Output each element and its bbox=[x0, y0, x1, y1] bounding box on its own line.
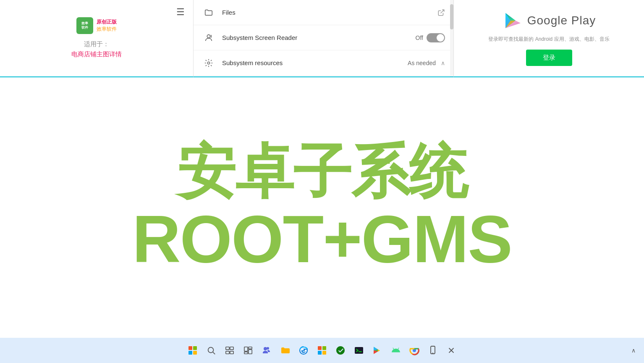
search-button[interactable] bbox=[203, 342, 220, 359]
svg-rect-15 bbox=[318, 346, 322, 350]
windows-logo-icon bbox=[188, 346, 197, 355]
svg-point-14 bbox=[264, 347, 267, 350]
svg-rect-10 bbox=[249, 347, 252, 349]
xbox-icon bbox=[335, 345, 346, 355]
title-line1: 安卓子系统 bbox=[177, 142, 467, 201]
android-settings-button[interactable] bbox=[387, 342, 404, 359]
folder-icon bbox=[202, 6, 215, 19]
svg-line-0 bbox=[441, 10, 444, 13]
title-line2: ROOT+GMS bbox=[132, 205, 512, 273]
phone-link-icon bbox=[428, 345, 438, 355]
screen-reader-toggle[interactable] bbox=[427, 33, 445, 42]
toggle-off-label: Off bbox=[416, 34, 423, 41]
file-explorer-button[interactable] bbox=[277, 342, 293, 359]
windows-start-button[interactable] bbox=[184, 342, 201, 359]
play-store-button[interactable] bbox=[369, 342, 386, 359]
resources-icon bbox=[202, 56, 215, 70]
task-view-icon bbox=[225, 346, 234, 355]
chevron-up-icon: ∧ bbox=[441, 60, 445, 66]
files-action[interactable] bbox=[437, 9, 445, 16]
resources-label: Subsystem resources bbox=[222, 59, 408, 66]
svg-point-2 bbox=[207, 62, 210, 64]
chrome-icon bbox=[409, 345, 419, 355]
badge-original: 原创正版 bbox=[97, 18, 117, 26]
settings-item-resources[interactable]: Subsystem resources As needed ∧ bbox=[194, 50, 453, 76]
svg-rect-9 bbox=[244, 347, 248, 351]
resources-value: As needed bbox=[408, 60, 436, 66]
svg-point-1 bbox=[207, 34, 210, 37]
subtitle: 适用于： 电商店铺主图详情 bbox=[71, 39, 122, 59]
task-view-button[interactable] bbox=[221, 342, 238, 359]
svg-rect-16 bbox=[322, 346, 326, 350]
google-play-title: Google Play bbox=[527, 14, 596, 27]
play-store-icon bbox=[372, 345, 382, 355]
middle-panel: Files Subsystem Screen Reader Off bbox=[193, 0, 453, 77]
terminal-button[interactable] bbox=[351, 342, 367, 359]
google-play-header: Google Play bbox=[502, 11, 596, 31]
widgets-button[interactable] bbox=[240, 342, 257, 359]
svg-rect-8 bbox=[230, 351, 233, 354]
svg-rect-11 bbox=[244, 352, 248, 354]
screen-reader-action: Off bbox=[416, 33, 445, 42]
subtitle-line1: 适用于： bbox=[71, 39, 122, 49]
svg-rect-17 bbox=[318, 351, 322, 355]
google-play-icon bbox=[502, 11, 522, 31]
svg-rect-7 bbox=[226, 351, 229, 354]
resources-action[interactable]: As needed ∧ bbox=[408, 60, 445, 66]
screen-reader-label: Subsystem Screen Reader bbox=[222, 34, 416, 41]
svg-line-4 bbox=[213, 352, 215, 354]
svg-rect-19 bbox=[355, 347, 363, 354]
teams-button[interactable] bbox=[258, 342, 275, 359]
menu-icon[interactable]: ☰ bbox=[176, 7, 185, 18]
microsoft-store-button[interactable] bbox=[314, 342, 330, 359]
google-play-description: 登录即可查找最新的 Android 应用、游戏、电影、音乐 bbox=[488, 36, 609, 43]
login-button[interactable]: 登录 bbox=[526, 50, 572, 66]
scroll-thumb bbox=[450, 4, 453, 29]
close-app-button[interactable] bbox=[443, 342, 460, 359]
widgets-icon bbox=[243, 346, 253, 355]
files-label: Files bbox=[222, 9, 437, 16]
settings-item-screen-reader[interactable]: Subsystem Screen Reader Off bbox=[194, 25, 453, 50]
android-icon bbox=[391, 345, 401, 355]
app-badge: 原创正版 效率软件 bbox=[97, 18, 117, 33]
badge-efficient: 效率软件 bbox=[97, 26, 117, 33]
chrome-button[interactable] bbox=[406, 342, 423, 359]
xbox-button[interactable] bbox=[332, 342, 349, 359]
screen-reader-icon bbox=[202, 31, 215, 45]
settings-item-files[interactable]: Files bbox=[194, 0, 453, 25]
taskbar-show-hidden[interactable]: ∧ bbox=[631, 347, 636, 354]
svg-point-3 bbox=[208, 347, 214, 353]
edge-icon bbox=[298, 345, 309, 355]
teams-icon bbox=[262, 345, 272, 355]
scroll-bar[interactable] bbox=[450, 0, 453, 76]
search-icon bbox=[207, 346, 216, 355]
app-header: 效率软件 原创正版 效率软件 bbox=[76, 17, 117, 34]
top-bar: 效率软件 原创正版 效率软件 适用于： 电商店铺主图详情 ☰ Files bbox=[0, 0, 644, 77]
svg-point-13 bbox=[267, 347, 269, 350]
taskbar: ∧ bbox=[0, 338, 644, 363]
main-content: 安卓子系统 ROOT+GMS bbox=[0, 77, 644, 338]
phone-link-button[interactable] bbox=[424, 342, 441, 359]
subtitle-line2: 电商店铺主图详情 bbox=[71, 49, 122, 59]
svg-rect-12 bbox=[249, 350, 252, 354]
microsoft-store-icon bbox=[317, 345, 327, 355]
close-icon bbox=[447, 346, 456, 355]
svg-rect-6 bbox=[230, 347, 233, 350]
edge-button[interactable] bbox=[295, 342, 312, 359]
svg-rect-18 bbox=[322, 351, 326, 355]
toggle-knob bbox=[437, 34, 444, 42]
svg-rect-5 bbox=[226, 347, 229, 350]
file-explorer-icon bbox=[280, 345, 290, 355]
terminal-icon bbox=[354, 345, 364, 355]
left-panel: 效率软件 原创正版 效率软件 适用于： 电商店铺主图详情 ☰ bbox=[0, 0, 193, 77]
app-icon: 效率软件 bbox=[76, 17, 93, 34]
google-play-panel: Google Play 登录即可查找最新的 Android 应用、游戏、电影、音… bbox=[453, 0, 644, 77]
